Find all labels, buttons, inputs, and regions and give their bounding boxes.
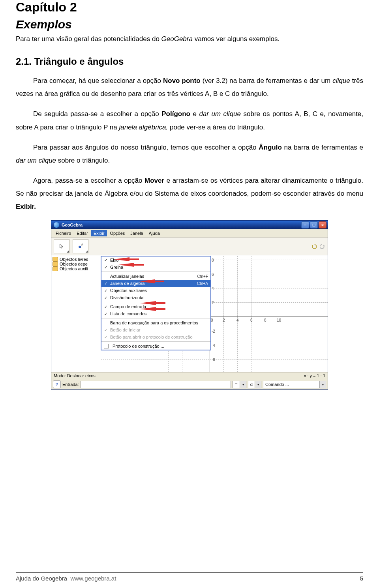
text: De seguida passa-se a escolher a opção xyxy=(33,110,161,118)
paragraph: Para começar, há que seleccionar a opção… xyxy=(16,74,363,100)
check-icon: ✓ xyxy=(104,265,108,270)
footer-left: Ajuda do Geogebra www.geogebra.at xyxy=(16,575,116,582)
chevron-down-icon: ▾ xyxy=(240,381,246,388)
help-button[interactable]: ? xyxy=(53,380,61,388)
dropdown-value: α xyxy=(248,381,255,388)
check-icon: ✓ xyxy=(104,305,108,309)
axis-label: -2 xyxy=(212,329,215,333)
text: e xyxy=(190,110,199,118)
menu-item-obj-aux[interactable]: ✓Objectos auxiliares xyxy=(101,287,210,294)
folder-label: Objectos depe xyxy=(60,262,88,266)
square-icon xyxy=(104,344,109,348)
menu-label: Botão para abrir o protocolo de construç… xyxy=(110,335,193,339)
text-italic: janela algébrica, xyxy=(119,124,168,131)
section-heading: 2.1. Triângulo e ângulos xyxy=(16,56,363,67)
axis-label: 10 xyxy=(277,318,281,322)
axis-label: 4 xyxy=(212,287,214,291)
menu-item-botao-abrir: ✓Botão para abrir o protocolo de constru… xyxy=(101,333,210,341)
status-ratio: x : y = 1 : 1 xyxy=(304,373,325,378)
point-icon: A xyxy=(78,243,83,249)
folder-label: Objectos auxili xyxy=(60,266,88,271)
annotation-arrow-icon xyxy=(140,301,156,305)
axis-label: 4 xyxy=(236,318,239,322)
folder-icon xyxy=(53,266,58,271)
menu-item-lista-comandos[interactable]: ✓Lista de comandos xyxy=(101,310,210,317)
menu-opcoes[interactable]: Opções xyxy=(107,230,128,236)
chapter-subtitle: Exemplos xyxy=(16,18,363,31)
shortcut: Ctrl+A xyxy=(197,281,208,286)
lead-paragraph: Para ter uma visão geral das potencialid… xyxy=(16,34,363,44)
check-icon: ✓ xyxy=(104,328,108,332)
tool-point[interactable]: A xyxy=(73,239,88,253)
undo-icon[interactable] xyxy=(311,243,317,249)
menu-separator xyxy=(101,341,210,342)
minimize-button[interactable]: − xyxy=(301,221,309,228)
menu-label: Objectos auxiliares xyxy=(110,288,147,293)
svg-text:A: A xyxy=(81,243,83,246)
text: (ver 3.2) na barra de ferramentas e dar … xyxy=(201,77,333,84)
axis-label: -6 xyxy=(212,358,215,362)
text-italic: GeoGebra xyxy=(161,35,193,43)
text-bold: Ângulo xyxy=(259,144,282,151)
axis-label: 8 xyxy=(264,318,266,322)
redo-icon[interactable] xyxy=(320,243,325,249)
menu-label: Barra de navegação para a os procediment… xyxy=(110,320,198,325)
text-italic: dar um clique xyxy=(16,157,56,164)
text: Para passar aos ângulos do nosso triângu… xyxy=(33,144,259,151)
axis-label: -4 xyxy=(212,343,215,348)
command-input[interactable] xyxy=(81,381,231,388)
menu-janela[interactable]: Janela xyxy=(128,230,146,236)
menu-item-div-horiz[interactable]: ✓Divisão horizontal xyxy=(101,294,210,301)
menu-editar[interactable]: Editar xyxy=(74,230,91,236)
close-button[interactable]: × xyxy=(319,221,326,228)
app-window: GeoGebra − □ × Ficheiro Editar Exibir Op… xyxy=(51,220,328,390)
check-icon: ✓ xyxy=(104,258,108,262)
toolbar: A xyxy=(51,238,328,255)
text: vamos ver alguns exemplos. xyxy=(193,35,280,43)
menu-item-grelha[interactable]: ✓Grelha xyxy=(101,264,210,271)
menu-item-protocolo[interactable]: Protocolo de construção ... xyxy=(101,343,210,350)
axis-label: 6 xyxy=(212,272,214,277)
menu-item-actualizar[interactable]: Actualizar janelasCtrl+F xyxy=(101,273,210,280)
text: Agora, passa-se a escolher a opção xyxy=(33,177,144,184)
menu-item-barra-nav[interactable]: Barra de navegação para a os procediment… xyxy=(101,319,210,326)
menu-exibir[interactable]: Exibir xyxy=(91,230,107,236)
annotation-arrow-icon xyxy=(114,257,129,261)
menu-label: Protocolo de construção ... xyxy=(113,344,164,348)
cursor-icon xyxy=(59,243,64,249)
menu-bar: Ficheiro Editar Exibir Opções Janela Aju… xyxy=(51,229,328,238)
text: Para começar, há que seleccionar a opção xyxy=(33,77,163,84)
check-icon: ✓ xyxy=(104,296,108,300)
axis-label: 8 xyxy=(212,258,214,262)
footer-site: www.geogebra.at xyxy=(70,575,116,582)
axis-label: 2 xyxy=(223,318,225,322)
page-number: 5 xyxy=(360,575,363,582)
screenshot-figure: GeoGebra − □ × Ficheiro Editar Exibir Op… xyxy=(16,220,363,390)
content-area: Objectos livres Objectos depe Objectos a… xyxy=(51,255,328,372)
paragraph: Para passar aos ângulos do nosso triângu… xyxy=(16,141,363,167)
text: pode ver-se a área do triângulo. xyxy=(168,124,265,131)
command-dropdown[interactable]: Comando ...▾ xyxy=(263,381,326,388)
tool-move[interactable] xyxy=(54,239,69,253)
menu-label: Divisão horizontal xyxy=(110,295,144,300)
annotation-arrow-icon xyxy=(140,307,156,311)
menu-ficheiro[interactable]: Ficheiro xyxy=(53,230,74,236)
text-bold: Polígono xyxy=(161,110,190,118)
maximize-button[interactable]: □ xyxy=(310,221,318,228)
folder-dependent[interactable]: Objectos depe xyxy=(53,262,100,266)
symbol-equals-dropdown[interactable]: =▾ xyxy=(233,381,246,388)
symbol-alpha-dropdown[interactable]: α▾ xyxy=(248,381,261,388)
folder-icon xyxy=(53,257,58,262)
status-bar: Modo: Deslocar eixos x : y = 1 : 1 xyxy=(51,372,328,379)
footer-rule xyxy=(16,572,363,573)
folder-auxiliary[interactable]: Objectos auxili xyxy=(53,266,100,271)
input-label: Entrada: xyxy=(62,382,79,387)
axis-label: 2 xyxy=(212,301,214,305)
paragraph: De seguida passa-se a escolher a opção P… xyxy=(16,107,363,133)
folder-free[interactable]: Objectos livres xyxy=(53,257,100,262)
menu-ajuda[interactable]: Ajuda xyxy=(146,230,163,236)
footer-title: Ajuda do Geogebra xyxy=(16,575,67,582)
text-italic: clique xyxy=(332,77,350,84)
menu-separator xyxy=(101,318,210,318)
text: na barra de ferramentas e xyxy=(282,144,363,151)
